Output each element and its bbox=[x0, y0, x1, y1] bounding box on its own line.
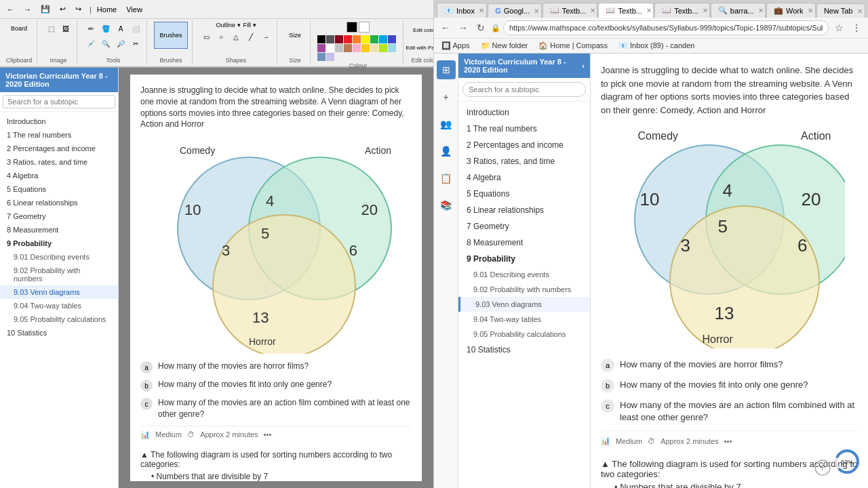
select-tool[interactable]: ⬚ bbox=[44, 22, 58, 35]
tab-work-close[interactable]: ✕ bbox=[808, 7, 813, 14]
browser-refresh-btn[interactable]: ↻ bbox=[473, 20, 488, 35]
browser-nav-introduction[interactable]: Introduction bbox=[458, 104, 590, 121]
sidebar-icon-users[interactable]: 👥 bbox=[437, 115, 456, 134]
size-btn[interactable]: Size bbox=[284, 22, 306, 49]
color-brown[interactable] bbox=[344, 44, 352, 52]
sidebar-icon-user[interactable]: 👤 bbox=[437, 142, 456, 161]
left-nav-901[interactable]: 9.01 Describing events bbox=[0, 250, 118, 264]
address-bar[interactable] bbox=[503, 20, 829, 35]
tab-barra-close[interactable]: ✕ bbox=[758, 7, 764, 14]
left-search-input[interactable] bbox=[3, 95, 115, 108]
triangle-shape[interactable]: △ bbox=[229, 30, 243, 43]
tab-work[interactable]: 💼 Work ✕ bbox=[766, 3, 816, 18]
tab-inbox-close[interactable]: ✕ bbox=[479, 7, 484, 14]
sidebar-icon-add[interactable]: + bbox=[437, 87, 456, 106]
browser-nav-algebra[interactable]: 4 Algebra bbox=[458, 169, 590, 186]
bookmark-apps[interactable]: 🔲 Apps bbox=[438, 41, 473, 51]
fill-tool[interactable]: 🪣 bbox=[99, 22, 113, 35]
tab-textbook3-close[interactable]: ✕ bbox=[703, 7, 708, 14]
tab-textbook2-close[interactable]: ✕ bbox=[646, 7, 652, 14]
browser-nav-903[interactable]: 9.03 Venn diagrams bbox=[458, 297, 590, 312]
left-more[interactable]: ••• bbox=[264, 430, 272, 439]
left-nav-903[interactable]: 9.03 Venn diagrams bbox=[0, 285, 118, 299]
color-lavender[interactable] bbox=[326, 53, 334, 61]
left-nav-statistics[interactable]: 10 Statistics bbox=[0, 326, 118, 340]
circle-shape[interactable]: ○ bbox=[214, 30, 228, 43]
color-gold[interactable] bbox=[361, 44, 370, 52]
browser-nav-measurement[interactable]: 8 Measurement bbox=[458, 235, 590, 251]
crop-tool[interactable]: ✂ bbox=[129, 37, 142, 50]
color-pink[interactable] bbox=[353, 44, 361, 52]
brushes-btn[interactable]: Brushes bbox=[154, 22, 188, 49]
color-green[interactable] bbox=[370, 35, 378, 43]
browser-menu-btn[interactable]: ⋮ bbox=[849, 20, 864, 35]
browser-back-btn[interactable]: ← bbox=[438, 20, 453, 35]
browser-nav-902[interactable]: 9.02 Probability with numbers bbox=[458, 282, 590, 297]
magnify-tool[interactable]: 🔎 bbox=[114, 37, 127, 50]
text-tool[interactable]: A bbox=[114, 22, 127, 35]
left-nav-probability[interactable]: 9 Probability bbox=[0, 237, 118, 250]
browser-more[interactable]: ••• bbox=[724, 437, 732, 445]
browser-expand-icon[interactable]: ▲ bbox=[601, 459, 610, 469]
color-white[interactable] bbox=[326, 44, 334, 52]
tab-newtab[interactable]: New Tab ✕ bbox=[816, 3, 865, 18]
color-orange[interactable] bbox=[353, 35, 361, 43]
browser-nav-geometry[interactable]: 7 Geometry bbox=[458, 218, 590, 235]
tab-barra[interactable]: 🔍 barra... ✕ bbox=[711, 3, 766, 18]
collapse-icon[interactable]: ‹ bbox=[582, 62, 585, 70]
browser-star-btn[interactable]: ☆ bbox=[831, 20, 846, 35]
bookmark-compass[interactable]: 🏠 Home | Compass bbox=[535, 41, 611, 51]
tab-newtab-close[interactable]: ✕ bbox=[857, 7, 863, 15]
left-nav-902[interactable]: 9.02 Probability with numbers bbox=[0, 264, 118, 285]
edit-paint3d-btn[interactable]: Edit with Paint 3D bbox=[410, 39, 434, 56]
sidebar-icon-home[interactable]: ⊞ bbox=[437, 60, 456, 79]
browser-nav-percentages[interactable]: 2 Percentages and income bbox=[458, 137, 590, 153]
browser-forward-btn[interactable]: → bbox=[456, 20, 471, 35]
toolbar-forward-btn[interactable]: → bbox=[20, 4, 35, 15]
browser-nav-probability[interactable]: 9 Probability bbox=[458, 251, 590, 267]
color-cream[interactable] bbox=[370, 44, 378, 52]
left-nav-equations[interactable]: 5 Equations bbox=[0, 182, 118, 196]
tab-textbook1-close[interactable]: ✕ bbox=[590, 7, 595, 14]
rect-shape[interactable]: ▭ bbox=[199, 30, 213, 43]
left-nav-905[interactable]: 9.05 Probability calculations bbox=[0, 312, 118, 326]
left-nav-linear[interactable]: 6 Linear relationships bbox=[0, 196, 118, 209]
color-yellow[interactable] bbox=[361, 35, 370, 43]
browser-nav-equations[interactable]: 5 Equations bbox=[458, 186, 590, 202]
browser-nav-ratios[interactable]: 3 Ratios, rates, and time bbox=[458, 153, 590, 169]
tab-textbook1[interactable]: 📖 Textb... ✕ bbox=[542, 3, 598, 18]
picker-tool[interactable]: 💉 bbox=[84, 37, 98, 50]
color-blue[interactable] bbox=[379, 35, 387, 43]
color-purple[interactable] bbox=[317, 44, 326, 52]
left-nav-algebra[interactable]: 4 Algebra bbox=[0, 169, 118, 182]
sidebar-icon-book[interactable]: 📚 bbox=[437, 196, 456, 215]
view-btn[interactable]: View bbox=[122, 4, 146, 15]
tab-inbox[interactable]: 📧 Inbox ✕ bbox=[437, 3, 487, 18]
left-nav-geometry[interactable]: 7 Geometry bbox=[0, 209, 118, 223]
toolbar-undo-btn[interactable]: ↩ bbox=[56, 3, 70, 15]
browser-nav-901[interactable]: 9.01 Describing events bbox=[458, 267, 590, 282]
left-nav-percentages[interactable]: 2 Percentages and income bbox=[0, 142, 118, 155]
bookmark-inbox[interactable]: 📧 Inbox (89) - canden bbox=[615, 41, 698, 51]
color-indigo[interactable] bbox=[388, 35, 396, 43]
left-nav-904[interactable]: 9.04 Two-way tables bbox=[0, 299, 118, 312]
tab-textbook3[interactable]: 📖 Textb... ✕ bbox=[654, 3, 710, 18]
toolbar-redo-btn[interactable]: ↪ bbox=[71, 3, 85, 15]
pencil-tool[interactable]: ✏ bbox=[84, 22, 98, 35]
canvas-area[interactable]: Joanne is struggling to decide what to w… bbox=[119, 68, 433, 488]
line-shape[interactable]: ╱ bbox=[244, 30, 258, 43]
edit-colours-btn[interactable]: Edit colours bbox=[410, 22, 434, 38]
browser-nav-linear[interactable]: 6 Linear relationships bbox=[458, 202, 590, 218]
zoom-tool[interactable]: 🔍 bbox=[99, 37, 113, 50]
color-skyblue[interactable] bbox=[388, 44, 396, 52]
browser-nav-904[interactable]: 9.04 Two-way tables bbox=[458, 312, 590, 327]
tab-google[interactable]: G Googl... ✕ bbox=[488, 3, 542, 18]
tab-google-close[interactable]: ✕ bbox=[534, 7, 539, 15]
left-nav-ratios[interactable]: 3 Ratios, rates, and time bbox=[0, 155, 118, 169]
color2-swatch[interactable] bbox=[359, 22, 370, 33]
home-btn[interactable]: Home bbox=[93, 4, 121, 15]
image-tool[interactable]: 🖼 bbox=[59, 22, 73, 35]
color-lightgray[interactable] bbox=[335, 44, 343, 52]
color-darkred[interactable] bbox=[335, 35, 343, 43]
color-red[interactable] bbox=[344, 35, 352, 43]
